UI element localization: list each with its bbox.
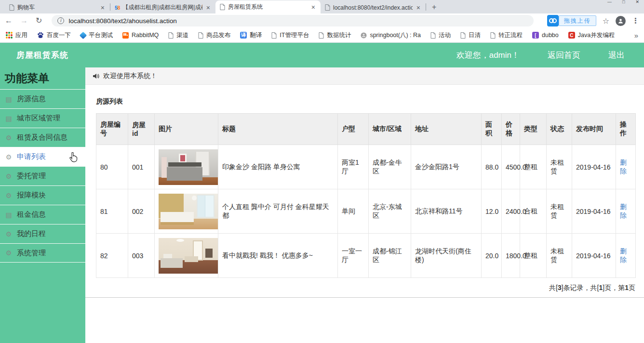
bookmark-riqing[interactable]: 日清 (460, 31, 481, 40)
minimize-icon[interactable]: — (607, 0, 612, 4)
translate-icon: 译 (240, 32, 247, 39)
notice-text: 欢迎使用本系统！ (103, 72, 157, 80)
browser-toolbar: ← → ↻ i localhost:8080/text2/ahouselist.… (0, 13, 644, 28)
bookmark-process[interactable]: 转正流程 (490, 31, 523, 40)
tab-close-icon[interactable]: × (205, 4, 211, 11)
sidebar-title: 功能菜单 (0, 67, 85, 89)
app-title: 房屋租赁系统 (16, 50, 68, 61)
sidebar-item-fault-report[interactable]: ⚙ 报障模块 (0, 185, 85, 205)
page-icon (220, 4, 225, 10)
profile-avatar-icon[interactable] (616, 16, 626, 26)
bookmark-baidu[interactable]: 百度一下 (37, 31, 71, 40)
rabbitmq-icon (122, 32, 129, 39)
url-text: localhost:8080/text2/ahouselist.action (68, 17, 176, 25)
bookmark-springboot[interactable]: springboot(八) : Ra (361, 31, 421, 40)
page-icon (325, 4, 330, 11)
sidebar-item-application-list[interactable]: ⚙ 申请列表 (0, 147, 85, 166)
apps-grid-icon (6, 32, 13, 39)
delete-link[interactable]: 删除 (620, 158, 627, 175)
java-c-icon: C (568, 32, 575, 39)
maximize-icon[interactable]: □ (622, 0, 625, 4)
sidebar-item-lease-contract[interactable]: ⚙ 租赁及合同信息 (0, 128, 85, 147)
bookmark-star-icon[interactable]: ☆ (603, 16, 609, 26)
table-row: 81 002 个人直租 龔中介 可月付 金科星耀天都 单间 北京-东城区 北京祥… (96, 189, 636, 234)
bookmark-product-publish[interactable]: 商品发布 (198, 31, 230, 40)
col-house-id: 房屋id (128, 114, 155, 145)
page-icon (9, 4, 14, 11)
bookmark-java-concurrency[interactable]: C Java并发编程 (568, 31, 615, 40)
dubbo-icon: [ (532, 32, 539, 39)
house-photo-living-room (159, 238, 218, 274)
tab-index-action[interactable]: localhost:8080/text2/index.action × (321, 1, 426, 13)
refresh-icon[interactable]: ↻ (36, 17, 42, 25)
page-icon (168, 32, 174, 39)
tab-close-icon[interactable]: × (416, 4, 421, 11)
app-header: 房屋租赁系统 欢迎您，admin！ 返回首页 退出 (0, 43, 644, 67)
col-address: 地址 (411, 114, 482, 145)
gear-icon: ⚙ (5, 192, 13, 199)
tab-shopping-cart[interactable]: 购物车 × (5, 1, 110, 13)
browser-menu-icon[interactable]: ⋮ (632, 16, 639, 25)
gear-icon: ⚙ (5, 134, 13, 142)
page-icon (460, 32, 466, 39)
new-tab-button[interactable]: + (432, 3, 436, 12)
sidebar-item-house-info[interactable]: ▤ 房源信息 (0, 89, 85, 108)
bookmark-translate[interactable]: 译 翻译 (240, 31, 262, 40)
col-layout: 户型 (338, 114, 369, 145)
bookmark-channel[interactable]: 渠道 (168, 31, 188, 40)
bookmark-activity[interactable]: 活动 (430, 31, 451, 40)
gear-icon: ⚙ (5, 230, 13, 238)
forward-icon[interactable]: → (20, 17, 28, 25)
tab-58-rental[interactable]: 58 【成都出租房|成都出租房网|成都 × (110, 1, 215, 13)
current-page: 1 (625, 284, 629, 291)
col-status: 状态 (547, 114, 572, 145)
bookmark-dubbo[interactable]: [ dubbo (532, 32, 559, 39)
drag-upload-extension[interactable]: 拖拽上传 (547, 15, 596, 26)
bookmark-data-stats[interactable]: 数据统计 (319, 31, 351, 40)
bookmark-apps[interactable]: 应用 (6, 31, 27, 40)
bookmarks-bar: 应用 百度一下 平台测试 RabbitMQ 渠道 商品发布 译 翻译 IT管理平… (0, 28, 644, 43)
tab-house-rental-system[interactable]: 房屋租赁系统 × (215, 0, 321, 13)
header-links: 欢迎您，admin！ 返回首页 退出 (456, 50, 625, 61)
table-row: 82 003 看中就戳我! 戳我！ 优惠多多~ 一室一厅 成都-锦江区 龙湖时代… (96, 234, 636, 278)
bookmark-platform-test[interactable]: 平台测试 (80, 31, 113, 40)
gear-icon: ⚙ (5, 249, 13, 257)
baidu-paw-icon (37, 32, 44, 39)
address-bar[interactable]: i localhost:8080/text2/ahouselist.action (52, 15, 534, 26)
welcome-text: 欢迎您，admin！ (456, 50, 520, 61)
toolbar-right-cluster: 拖拽上传 ☆ ⋮ (547, 15, 639, 26)
close-window-icon[interactable]: ✕ (635, 0, 639, 4)
delete-link[interactable]: 删除 (620, 247, 627, 264)
bookmark-it-platform[interactable]: IT管理平台 (271, 31, 309, 40)
58-icon: 58 (115, 5, 120, 11)
sidebar-item-city-area[interactable]: ▤ 城市区域管理 (0, 108, 85, 128)
col-publish-date: 发布时间 (572, 114, 616, 145)
logout-link[interactable]: 退出 (608, 50, 625, 61)
table-row: 80 001 印象金沙 金阳路 单身公寓 两室1厅 成都-金牛区 金沙金阳路1号… (96, 145, 636, 189)
back-home-link[interactable]: 返回首页 (548, 50, 580, 61)
site-info-icon[interactable]: i (57, 17, 64, 24)
welcome-notice-bar: 欢迎使用本系统！ (85, 67, 644, 85)
col-image: 图片 (155, 114, 218, 145)
col-city-area: 城市/区域 (369, 114, 411, 145)
book-icon: ▤ (5, 115, 13, 122)
col-type: 类型 (520, 114, 547, 145)
tab-close-icon[interactable]: × (310, 4, 316, 11)
gear-icon: ⚙ (5, 172, 13, 180)
page-icon (430, 32, 436, 39)
sidebar-item-system-manage[interactable]: ⚙ 系统管理 (0, 243, 85, 263)
sidebar-item-my-schedule[interactable]: ⚙ 我的日程 (0, 224, 85, 243)
delete-link[interactable]: 删除 (620, 203, 627, 219)
bookmarks-overflow-icon[interactable]: » (634, 31, 638, 40)
sidebar-item-entrust[interactable]: ⚙ 委托管理 (0, 166, 85, 185)
main-content: 欢迎使用本系统！ 房源列表 房屋编号 房屋id 图片 标题 户型 城 (85, 67, 644, 343)
sidebar-item-rent-info[interactable]: ▤ 租金信息 (0, 205, 85, 224)
tab-close-icon[interactable]: × (100, 4, 106, 11)
browser-tab-strip: 购物车 × 58 【成都出租房|成都出租房网|成都 × 房屋租赁系统 × loc… (0, 0, 644, 13)
bookmark-rabbitmq[interactable]: RabbitMQ (122, 32, 159, 39)
tab-title: 【成都出租房|成都出租房网|成都 (122, 3, 202, 12)
table-header-row: 房屋编号 房屋id 图片 标题 户型 城市/区域 地址 面积 价格 类型 状态 … (96, 114, 636, 145)
page-icon (198, 32, 203, 39)
tab-title: 购物车 (17, 3, 97, 12)
back-icon[interactable]: ← (5, 17, 13, 25)
